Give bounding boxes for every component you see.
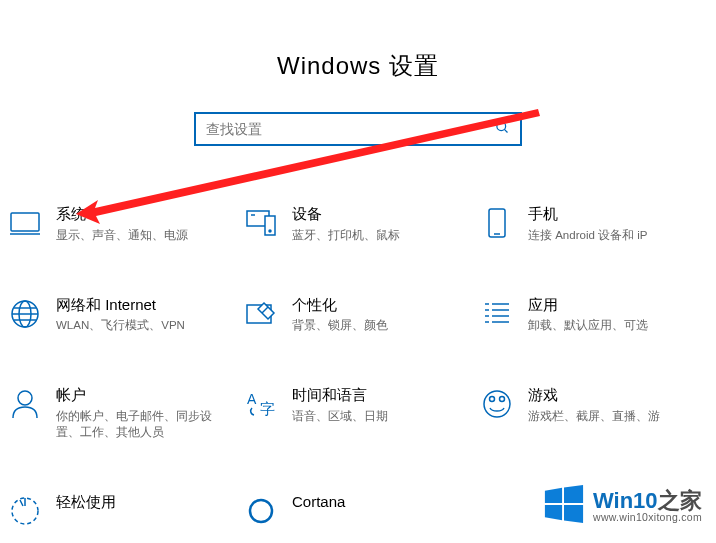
category-title: 个性化 (292, 295, 388, 315)
svg-marker-36 (545, 505, 562, 520)
svg-rect-2 (11, 213, 39, 231)
devices-icon (244, 206, 278, 240)
svg-line-1 (504, 129, 507, 132)
category-title: 帐户 (56, 385, 222, 405)
category-devices[interactable]: 设备 蓝牙、打印机、鼠标 (244, 204, 480, 243)
category-desc: WLAN、飞行模式、VPN (56, 317, 185, 333)
svg-marker-35 (564, 485, 583, 503)
svg-point-6 (269, 230, 271, 232)
category-desc: 游戏栏、截屏、直播、游 (528, 408, 660, 424)
category-title: 网络和 Internet (56, 295, 185, 315)
category-desc: 卸载、默认应用、可选 (528, 317, 648, 333)
category-desc: 连接 Android 设备和 iP (528, 227, 647, 243)
svg-point-29 (490, 397, 495, 402)
category-desc: 蓝牙、打印机、鼠标 (292, 227, 400, 243)
gaming-icon (480, 387, 514, 421)
category-time-language[interactable]: A字 时间和语言 语音、区域、日期 (244, 385, 480, 440)
category-title: 游戏 (528, 385, 660, 405)
category-title: 系统 (56, 204, 188, 224)
svg-point-32 (250, 500, 272, 522)
apps-icon (480, 297, 514, 331)
category-system[interactable]: 系统 显示、声音、通知、电源 (8, 204, 244, 243)
time-language-icon: A字 (244, 387, 278, 421)
watermark-url: www.win10xitong.com (593, 512, 702, 523)
category-title: 轻松使用 (56, 492, 116, 512)
svg-text:字: 字 (260, 400, 275, 417)
svg-marker-34 (545, 488, 562, 503)
page-title: Windows 设置 (0, 50, 716, 82)
category-accounts[interactable]: 帐户 你的帐户、电子邮件、同步设置、工作、其他人员 (8, 385, 244, 440)
svg-marker-37 (564, 505, 583, 523)
search-box[interactable] (194, 112, 522, 146)
category-desc: 你的帐户、电子邮件、同步设置、工作、其他人员 (56, 408, 222, 440)
search-input[interactable] (206, 121, 495, 137)
category-gaming[interactable]: 游戏 游戏栏、截屏、直播、游 (480, 385, 716, 440)
category-title: 手机 (528, 204, 647, 224)
category-network[interactable]: 网络和 Internet WLAN、飞行模式、VPN (8, 295, 244, 334)
accounts-icon (8, 387, 42, 421)
svg-point-0 (497, 122, 506, 131)
settings-grid: 系统 显示、声音、通知、电源 设备 蓝牙、打印机、鼠标 手机 连接 Androi… (0, 204, 716, 528)
system-icon (8, 206, 42, 240)
category-phone[interactable]: 手机 连接 Android 设备和 iP (480, 204, 716, 243)
category-title: Cortana (292, 492, 345, 512)
category-title: 设备 (292, 204, 400, 224)
category-personalization[interactable]: 个性化 背景、锁屏、颜色 (244, 295, 480, 334)
search-icon (495, 120, 510, 138)
category-title: 应用 (528, 295, 648, 315)
svg-point-30 (500, 397, 505, 402)
svg-point-28 (484, 391, 510, 417)
cortana-icon (244, 494, 278, 528)
category-desc: 显示、声音、通知、电源 (56, 227, 188, 243)
svg-rect-8 (489, 209, 505, 237)
personalization-icon (244, 297, 278, 331)
globe-icon (8, 297, 42, 331)
svg-text:A: A (247, 391, 257, 407)
windows-logo-icon (543, 483, 585, 529)
category-title: 时间和语言 (292, 385, 388, 405)
ease-of-access-icon (8, 494, 42, 528)
watermark-brand: Win10之家 (593, 489, 702, 512)
category-ease-of-access[interactable]: 轻松使用 (8, 492, 244, 528)
category-desc: 语音、区域、日期 (292, 408, 388, 424)
watermark: Win10之家 www.win10xitong.com (543, 483, 702, 529)
phone-icon (480, 206, 514, 240)
svg-point-25 (18, 391, 32, 405)
category-cortana[interactable]: Cortana (244, 492, 480, 528)
category-desc: 背景、锁屏、颜色 (292, 317, 388, 333)
category-apps[interactable]: 应用 卸载、默认应用、可选 (480, 295, 716, 334)
